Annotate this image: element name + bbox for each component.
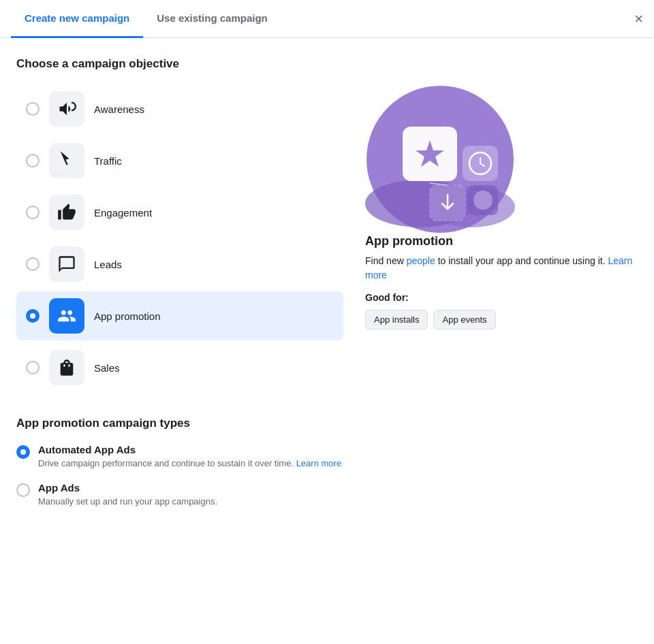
campaign-types-heading: App promotion campaign types [16,417,638,430]
tab-header: Create new campaign Use existing campaig… [0,0,654,38]
people-link[interactable]: people [407,255,435,266]
svg-point-12 [473,191,493,210]
bag-icon [57,358,76,377]
radio-sales[interactable] [26,361,40,374]
objective-traffic[interactable]: Traffic [16,136,343,185]
radio-traffic[interactable] [26,154,40,167]
tag-app-installs: App installs [365,310,428,329]
objectives-list: Awareness Traffic [16,84,343,395]
people-icon [57,306,76,325]
traffic-icon-box [49,143,84,178]
objective-sales[interactable]: Sales [16,343,343,392]
awareness-icon-box [49,91,84,127]
app-ads-label: App Ads [38,482,217,494]
awareness-label: Awareness [94,103,144,115]
leads-label: Leads [94,259,122,270]
thumbsup-icon [57,203,76,222]
campaign-types-section: App promotion campaign types Automated A… [16,417,638,508]
tags-container: App installs App events [365,310,638,329]
automated-app-ads-text: Automated App Ads Drive campaign perform… [38,444,341,470]
radio-awareness[interactable] [26,102,40,116]
close-button[interactable]: × [634,12,643,27]
app-promotion-icon-box [49,298,84,334]
section-title: Choose a campaign objective [16,57,638,71]
info-panel-title: App promotion [365,234,638,248]
objective-leads[interactable]: Leads [16,240,343,289]
megaphone-icon [57,99,76,118]
good-for-label: Good for: [365,292,638,303]
chat-icon [57,255,76,274]
leads-icon-box [49,246,84,282]
campaign-type-app-ads[interactable]: App Ads Manually set up and run your app… [16,482,638,508]
app-promotion-label: App promotion [94,310,161,322]
traffic-label: Traffic [94,155,122,167]
sales-label: Sales [94,362,120,374]
info-panel: App promotion Find new people to install… [365,84,638,395]
app-promotion-illustration [365,84,515,234]
cursor-icon [57,151,76,170]
radio-automated-app-ads[interactable] [16,445,30,459]
sales-icon-box [49,350,84,385]
app-ads-desc: Manually set up and run your app campaig… [38,496,217,508]
tag-app-events: App events [433,310,495,329]
learn-more-link-2[interactable]: Learn more [296,458,341,468]
engagement-label: Engagement [94,207,152,219]
radio-leads[interactable] [26,257,40,271]
tab-create-new[interactable]: Create new campaign [11,0,143,38]
radio-app-ads[interactable] [16,483,30,497]
objective-awareness[interactable]: Awareness [16,84,343,133]
objective-app-promotion[interactable]: App promotion [16,291,343,340]
main-layout: Awareness Traffic [16,84,638,395]
info-panel-description: Find new people to install your app and … [365,254,638,283]
modal-container: Create new campaign Use existing campaig… [0,0,654,644]
automated-app-ads-label: Automated App Ads [38,444,341,455]
engagement-icon-box [49,195,84,230]
radio-app-promotion[interactable] [26,309,40,323]
tab-use-existing[interactable]: Use existing campaign [143,0,281,38]
automated-app-ads-desc: Drive campaign performance and continue … [38,457,341,470]
campaign-type-automated[interactable]: Automated App Ads Drive campaign perform… [16,444,638,470]
modal-body: Choose a campaign objective Awareness [0,38,654,536]
objective-engagement[interactable]: Engagement [16,188,343,237]
radio-engagement[interactable] [26,206,40,219]
app-ads-text: App Ads Manually set up and run your app… [38,482,217,508]
